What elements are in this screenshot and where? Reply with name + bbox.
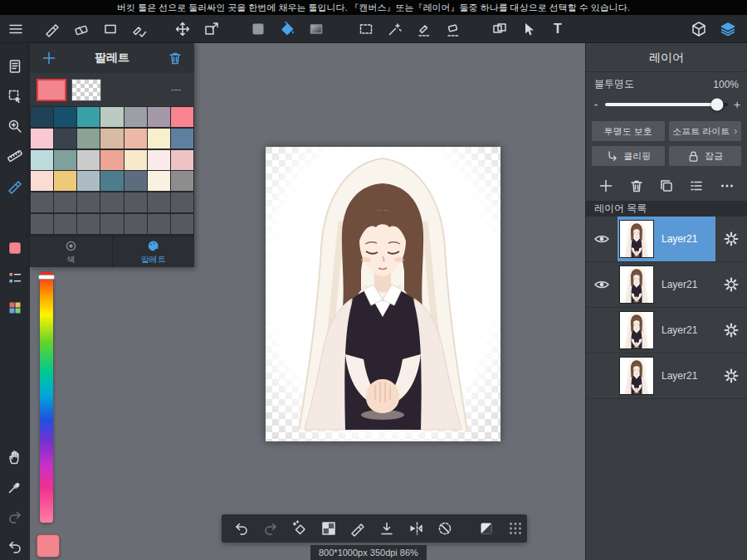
opacity-plus-button[interactable]: + — [734, 98, 740, 111]
transform-tool-button[interactable] — [199, 17, 224, 41]
layer-row[interactable]: Layer21 — [586, 262, 747, 308]
delete-layer-button[interactable] — [624, 173, 649, 198]
canvas-list-button[interactable] — [3, 55, 27, 78]
palette-swatch[interactable] — [100, 150, 123, 170]
deselect-button[interactable] — [437, 516, 453, 541]
cursor-tool-button[interactable] — [516, 17, 541, 41]
alpha-lock-button[interactable]: 투명도 보호 — [592, 121, 665, 141]
eraser-tool-button[interactable] — [69, 17, 94, 41]
palette-swatch[interactable] — [100, 214, 123, 234]
palette-swatch[interactable] — [31, 171, 53, 191]
palette-swatch[interactable] — [54, 129, 76, 149]
layer-row[interactable]: Layer21 — [586, 353, 747, 399]
fill-color-button[interactable] — [246, 17, 271, 41]
brush-tool-button[interactable] — [3, 174, 27, 197]
palette-swatch[interactable] — [148, 150, 170, 170]
palette-swatch[interactable] — [77, 129, 100, 149]
shape-tool-button[interactable] — [98, 17, 123, 41]
material-tone-button[interactable] — [3, 266, 27, 290]
redo-button[interactable] — [262, 516, 279, 541]
palette-swatch[interactable] — [77, 214, 100, 234]
bucket-options-button[interactable] — [291, 516, 308, 541]
palette-swatch[interactable] — [124, 192, 147, 212]
palette-swatch[interactable] — [31, 150, 53, 170]
panels-button[interactable] — [487, 17, 512, 41]
palette-swatch[interactable] — [148, 214, 170, 234]
palette-swatch[interactable] — [77, 192, 100, 212]
palette-swatch[interactable] — [124, 129, 147, 149]
color-grid-button[interactable] — [3, 296, 27, 319]
add-layer-button[interactable] — [593, 173, 618, 198]
select-pen-button[interactable] — [412, 17, 437, 41]
opacity-slider-handle[interactable] — [710, 99, 723, 111]
palette-swatch[interactable] — [31, 214, 53, 234]
palette-swatch[interactable] — [124, 171, 147, 191]
lock-button[interactable]: 잠금 — [669, 146, 742, 166]
blend-mode-button[interactable]: 소프트 라이트› — [669, 121, 742, 141]
more-options-button[interactable] — [715, 173, 740, 198]
layer-row[interactable]: Layer21 — [586, 308, 747, 353]
palette-swatch[interactable] — [31, 129, 53, 149]
flip-canvas-button[interactable] — [408, 516, 424, 541]
layers-panel-button[interactable] — [715, 17, 740, 41]
clipping-button[interactable]: 클리핑 — [592, 146, 665, 166]
transparent-color-button[interactable] — [320, 516, 337, 541]
opacity-slider[interactable] — [605, 103, 728, 106]
transparent-color-swatch[interactable] — [71, 79, 101, 101]
tab-palette[interactable]: 팔레트 — [112, 236, 195, 267]
palette-swatch[interactable] — [31, 107, 53, 127]
pen-tool-button[interactable] — [40, 17, 65, 41]
palette-swatch[interactable] — [171, 214, 193, 234]
tab-color[interactable]: 색 — [30, 236, 112, 267]
palette-swatch[interactable] — [54, 214, 76, 234]
select-eraser-button[interactable] — [441, 17, 466, 41]
layer-visibility-toggle[interactable] — [586, 217, 618, 261]
pen-quick-button[interactable] — [349, 516, 366, 541]
undo-button-sidebar[interactable] — [3, 535, 27, 558]
magic-wand-button[interactable] — [383, 17, 408, 41]
palette-swatch[interactable] — [148, 129, 170, 149]
hand-tool-button[interactable] — [3, 446, 27, 469]
palette-swatch[interactable] — [54, 192, 76, 212]
palette-swatch[interactable] — [148, 107, 170, 127]
palette-swatch[interactable] — [77, 171, 100, 191]
layer-list-options-button[interactable] — [684, 173, 709, 198]
palette-swatch[interactable] — [54, 150, 76, 170]
palette-add-button[interactable] — [37, 46, 61, 71]
layer-visibility-toggle[interactable] — [586, 308, 618, 353]
select-move-button[interactable] — [3, 85, 27, 108]
canvas[interactable] — [266, 147, 500, 441]
gradient-tool-button[interactable] — [304, 17, 329, 41]
correction-pen-button[interactable] — [127, 17, 152, 41]
palette-swatch[interactable] — [124, 150, 147, 170]
toolbar-drag-handle[interactable] — [507, 516, 524, 541]
current-color-swatch[interactable] — [37, 79, 66, 101]
opacity-minus-button[interactable]: - — [593, 98, 599, 111]
palette-swatch[interactable] — [148, 171, 170, 191]
eyedropper-button[interactable] — [3, 475, 27, 499]
layer-settings-button[interactable] — [719, 363, 744, 388]
redo-button-sidebar[interactable] — [3, 505, 27, 528]
duplicate-layer-button[interactable] — [654, 173, 679, 198]
palette-swatch[interactable] — [31, 192, 53, 212]
menu-button[interactable] — [3, 17, 28, 41]
layer-settings-button[interactable] — [719, 272, 744, 297]
bucket-tool-button[interactable] — [275, 17, 300, 41]
layer-row[interactable]: Layer21 — [586, 217, 747, 262]
material-3d-button[interactable] — [686, 17, 711, 41]
layer-visibility-toggle[interactable] — [586, 353, 618, 398]
ruler-button[interactable] — [3, 144, 27, 168]
palette-swatch[interactable] — [124, 214, 147, 234]
palette-swatch[interactable] — [124, 107, 147, 127]
palette-swatch[interactable] — [100, 171, 123, 191]
palette-swatch[interactable] — [148, 192, 170, 212]
palette-swatch[interactable] — [171, 107, 193, 127]
palette-swatch[interactable] — [100, 129, 123, 149]
layer-visibility-toggle[interactable] — [586, 262, 618, 307]
palette-swatch[interactable] — [54, 107, 76, 127]
undo-button[interactable] — [233, 516, 250, 541]
text-tool-button[interactable]: T — [545, 17, 570, 41]
move-tool-button[interactable] — [170, 17, 195, 41]
palette-swatch[interactable] — [171, 171, 193, 191]
palette-swatch[interactable] — [100, 107, 123, 127]
